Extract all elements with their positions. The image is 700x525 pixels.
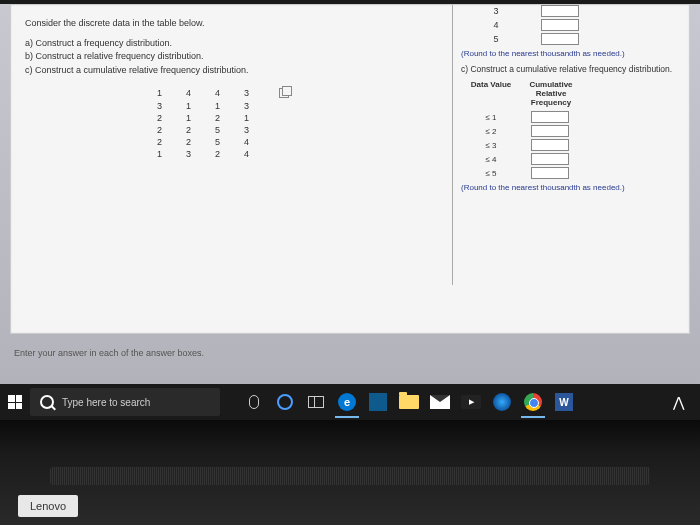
question-panel: Consider the discrete data in the table … [10, 4, 690, 334]
start-button[interactable] [8, 395, 22, 409]
edge-icon[interactable]: e [333, 388, 361, 416]
store-icon[interactable] [364, 388, 392, 416]
cum-input-4[interactable] [531, 153, 569, 165]
laptop-bezel: Lenovo [0, 420, 700, 525]
word-icon[interactable]: W [550, 388, 578, 416]
task-view-icon[interactable] [302, 388, 330, 416]
search-placeholder: Type here to search [62, 397, 150, 408]
search-box[interactable]: Type here to search [30, 388, 220, 416]
laptop-hinge [50, 467, 650, 485]
cum-input-2[interactable] [531, 125, 569, 137]
cum-input-3[interactable] [531, 139, 569, 151]
mic-icon[interactable] [240, 388, 268, 416]
chrome-icon[interactable] [519, 388, 547, 416]
copy-icon[interactable] [279, 88, 289, 98]
cortana-icon[interactable] [271, 388, 299, 416]
footer-instruction: Enter your answer in each of the answer … [14, 348, 700, 358]
mail-icon[interactable] [426, 388, 454, 416]
freq-input-3[interactable] [541, 5, 579, 17]
part-c-heading: c) Construct a cumulative relative frequ… [461, 64, 677, 74]
cum-input-1[interactable] [531, 111, 569, 123]
taskbar: Type here to search e ▶ W ⋀ [0, 384, 700, 420]
cum-input-5[interactable] [531, 167, 569, 179]
freq-input-4[interactable] [541, 19, 579, 31]
app-icon[interactable] [488, 388, 516, 416]
brand-badge: Lenovo [18, 495, 78, 517]
round-note-2: (Round to the nearest thousandth as need… [461, 183, 677, 192]
media-icon[interactable]: ▶ [457, 388, 485, 416]
file-explorer-icon[interactable] [395, 388, 423, 416]
round-note-1: (Round to the nearest thousandth as need… [461, 49, 677, 58]
answer-panel: 3 4 5 (Round to the nearest thousandth a… [452, 5, 677, 285]
system-tray[interactable]: ⋀ [673, 394, 692, 410]
freq-input-5[interactable] [541, 33, 579, 45]
search-icon [40, 395, 54, 409]
